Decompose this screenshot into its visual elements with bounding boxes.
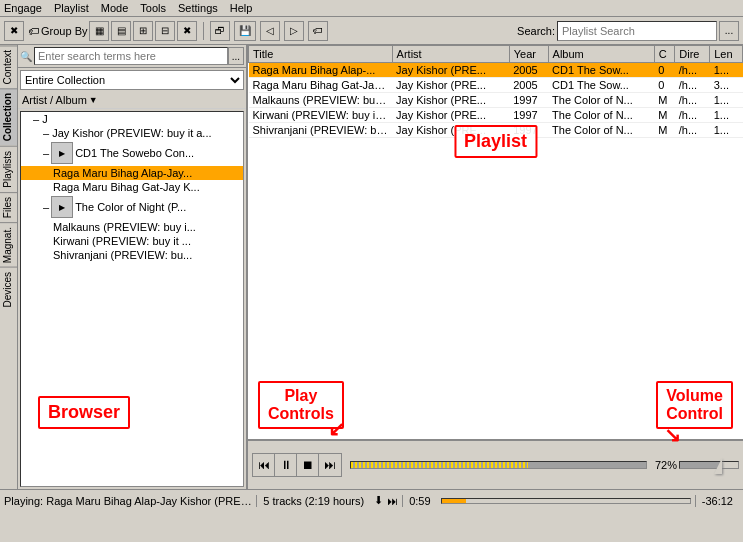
browser-search-input[interactable] bbox=[34, 47, 228, 65]
status-progress[interactable] bbox=[441, 498, 691, 504]
tree-expand-icon2: – bbox=[43, 201, 49, 213]
volume-area: 72% bbox=[655, 459, 739, 471]
col-dir[interactable]: Dire bbox=[675, 46, 710, 63]
tree-track-raga-alap[interactable]: Raga Maru Bihag Alap-Jay... bbox=[21, 166, 243, 180]
sidebar-tab-files[interactable]: Files bbox=[0, 192, 17, 222]
tree-album-color-night[interactable]: – ▶ The Color of Night (P... bbox=[21, 194, 243, 220]
toolbar-engage-btn[interactable]: ✖ bbox=[4, 21, 24, 41]
collection-select[interactable]: Entire Collection bbox=[20, 70, 244, 90]
transport-stop[interactable]: ⏹ bbox=[297, 454, 319, 476]
playlist-cell-album-1: CD1 The Sow... bbox=[548, 78, 654, 93]
browser-tree[interactable]: – J – Jay Kishor (PREVIEW: buy it a... –… bbox=[20, 111, 244, 487]
playlist-row-1[interactable]: Raga Maru Bihag Gat-Jay K...Jay Kishor (… bbox=[249, 78, 743, 93]
menu-tools[interactable]: Tools bbox=[140, 2, 166, 14]
status-download-icon: ⬇ bbox=[374, 494, 383, 507]
group-by-label: Group By bbox=[41, 25, 87, 37]
playlist-cell-len-1: 3... bbox=[710, 78, 743, 93]
tree-letter-j[interactable]: – J bbox=[21, 112, 243, 126]
playlist-cell-artist-3: Jay Kishor (PRE... bbox=[392, 108, 509, 123]
toolbar-window-btn[interactable]: 🗗 bbox=[210, 21, 230, 41]
toolbar-expand-btn[interactable]: ⊞ bbox=[133, 21, 153, 41]
playlist-table[interactable]: Title Artist Year Album C Dire Len Raga … bbox=[248, 45, 743, 439]
menubar: Engage Playlist Mode Tools Settings Help bbox=[0, 0, 743, 17]
browser-search-icon: 🔍 bbox=[20, 51, 32, 62]
browser-search-more-btn[interactable]: ... bbox=[228, 47, 244, 65]
menu-mode[interactable]: Mode bbox=[101, 2, 129, 14]
menu-settings[interactable]: Settings bbox=[178, 2, 218, 14]
tree-album-cd1[interactable]: – ▶ CD1 The Sowebo Con... bbox=[21, 140, 243, 166]
playlist-cell-dir-0: /h... bbox=[675, 63, 710, 78]
album-thumbnail-color-night: ▶ bbox=[51, 196, 73, 218]
toolbar-collapse-btn[interactable]: ⊟ bbox=[155, 21, 175, 41]
playlist-cell-c-2: M bbox=[654, 93, 675, 108]
col-title[interactable]: Title bbox=[249, 46, 393, 63]
progress-area[interactable] bbox=[350, 461, 647, 469]
tree-track-kirwani[interactable]: Kirwani (PREVIEW: buy it ... bbox=[21, 234, 243, 248]
search-label: Search: bbox=[517, 25, 555, 37]
sidebar-tab-playlists[interactable]: Playlists bbox=[0, 146, 17, 192]
toolbar-back-btn[interactable]: ◁ bbox=[260, 21, 280, 41]
sidebar-tab-devices[interactable]: Devices bbox=[0, 267, 17, 312]
playlist-row-3[interactable]: Kirwani (PREVIEW: buy it a...Jay Kishor … bbox=[249, 108, 743, 123]
search-more-btn[interactable]: ... bbox=[719, 21, 739, 41]
artist-album-sort-icon[interactable]: ▼ bbox=[89, 95, 98, 105]
playlist-cell-year-3: 1997 bbox=[509, 108, 548, 123]
playlist-cell-dir-3: /h... bbox=[675, 108, 710, 123]
volume-slider[interactable] bbox=[679, 461, 739, 469]
menu-engage[interactable]: Engage bbox=[4, 2, 42, 14]
toolbar-grid-btn[interactable]: ▦ bbox=[89, 21, 109, 41]
toolbar-x-btn[interactable]: ✖ bbox=[177, 21, 197, 41]
playlist-cell-len-2: 1... bbox=[710, 93, 743, 108]
sidebar-tab-collection[interactable]: Collection bbox=[0, 88, 17, 145]
toolbar-tag-btn[interactable]: 🏷 bbox=[308, 21, 328, 41]
col-len[interactable]: Len bbox=[710, 46, 743, 63]
tree-artist-jay-kishor[interactable]: – Jay Kishor (PREVIEW: buy it a... bbox=[21, 126, 243, 140]
playlist-row-0[interactable]: Raga Maru Bihag Alap-...Jay Kishor (PRE.… bbox=[249, 63, 743, 78]
playlist-cell-c-3: M bbox=[654, 108, 675, 123]
playlist-cell-artist-0: Jay Kishor (PRE... bbox=[392, 63, 509, 78]
playlist-cell-dir-4: /h... bbox=[675, 123, 710, 138]
main-layout: Context Collection Playlists Files Magna… bbox=[0, 45, 743, 489]
playlist-cell-c-0: 0 bbox=[654, 63, 675, 78]
col-artist[interactable]: Artist bbox=[392, 46, 509, 63]
playlist-row-2[interactable]: Malkauns (PREVIEW: buy it...Jay Kishor (… bbox=[249, 93, 743, 108]
menu-playlist[interactable]: Playlist bbox=[54, 2, 89, 14]
tree-track-shivranjani[interactable]: Shivranjani (PREVIEW: bu... bbox=[21, 248, 243, 262]
group-by-icon: 🏷 bbox=[28, 25, 39, 37]
toolbar-list-btn[interactable]: ▤ bbox=[111, 21, 131, 41]
playlist-cell-year-2: 1997 bbox=[509, 93, 548, 108]
toolbar-save-btn[interactable]: 💾 bbox=[234, 21, 256, 41]
menu-help[interactable]: Help bbox=[230, 2, 253, 14]
playlist-cell-artist-1: Jay Kishor (PRE... bbox=[392, 78, 509, 93]
sidebar-tab-context[interactable]: Context bbox=[0, 45, 17, 88]
status-bar: Playing: Raga Maru Bihag Alap-Jay Kishor… bbox=[0, 489, 743, 511]
status-playing: Playing: Raga Maru Bihag Alap-Jay Kishor… bbox=[4, 495, 252, 507]
col-album[interactable]: Album bbox=[548, 46, 654, 63]
progress-fill bbox=[351, 462, 528, 468]
col-year[interactable]: Year bbox=[509, 46, 548, 63]
status-remaining: -36:12 bbox=[695, 495, 739, 507]
playlist-cell-len-0: 1... bbox=[710, 63, 743, 78]
volume-control-annotation: VolumeControl bbox=[656, 381, 733, 429]
playlist-cell-len-3: 1... bbox=[710, 108, 743, 123]
playlist-cell-album-3: The Color of N... bbox=[548, 108, 654, 123]
search-input[interactable] bbox=[557, 21, 717, 41]
transport-pause[interactable]: ⏸ bbox=[275, 454, 297, 476]
playlist-cell-artist-2: Jay Kishor (PRE... bbox=[392, 93, 509, 108]
tree-album-color-night-label: The Color of Night (P... bbox=[75, 201, 186, 213]
col-c[interactable]: C bbox=[654, 46, 675, 63]
status-tracks: 5 tracks (2:19 hours) bbox=[256, 495, 370, 507]
progress-track[interactable] bbox=[350, 461, 647, 469]
sidebar-tab-magnat[interactable]: Magnat. bbox=[0, 222, 17, 267]
artist-album-header: Artist / Album ▼ bbox=[18, 92, 246, 109]
playlist-cell-title-3: Kirwani (PREVIEW: buy it a... bbox=[249, 108, 393, 123]
browser-annotation: Browser bbox=[38, 396, 130, 429]
transport-next[interactable]: ⏭ bbox=[319, 454, 341, 476]
transport-controls: ⏮ ⏸ ⏹ ⏭ bbox=[252, 453, 342, 477]
playlist-cell-album-4: The Color of N... bbox=[548, 123, 654, 138]
tree-track-malkauns[interactable]: Malkauns (PREVIEW: buy i... bbox=[21, 220, 243, 234]
tree-expand-icon: – bbox=[43, 147, 49, 159]
transport-prev[interactable]: ⏮ bbox=[253, 454, 275, 476]
toolbar-fwd-btn[interactable]: ▷ bbox=[284, 21, 304, 41]
tree-track-raga-gat[interactable]: Raga Maru Bihag Gat-Jay K... bbox=[21, 180, 243, 194]
